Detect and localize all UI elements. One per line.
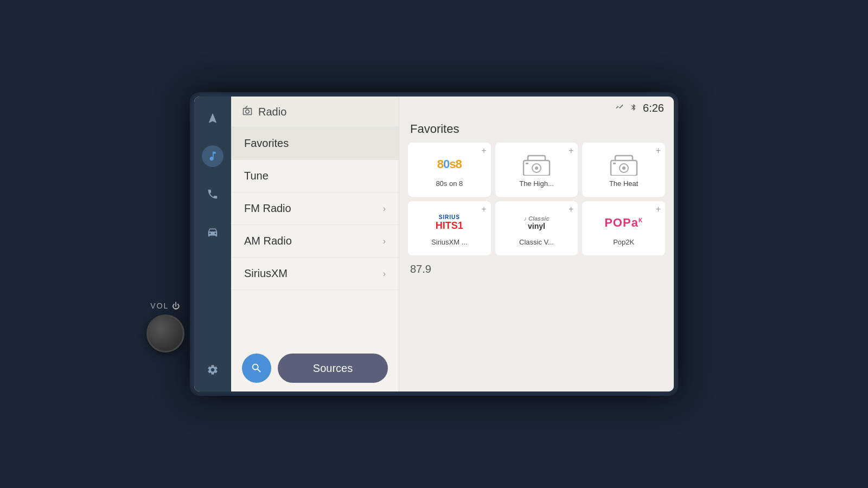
the-heat-logo bbox=[608, 152, 640, 176]
menu-item-tune[interactable]: Tune bbox=[231, 160, 399, 192]
settings-icon[interactable] bbox=[202, 359, 224, 381]
tile-name-classic-vinyl: Classic V... bbox=[519, 238, 554, 246]
phone-icon[interactable] bbox=[202, 183, 224, 205]
tile-name-high: The High... bbox=[519, 179, 554, 188]
80s-on-8-logo: 80s8 bbox=[433, 152, 465, 176]
favorite-tile-the-heat[interactable]: + The Heat bbox=[582, 143, 665, 197]
am-radio-label: AM Radio bbox=[244, 235, 292, 247]
add-button-siriusxm[interactable]: + bbox=[481, 204, 486, 214]
screen: Radio Favorites Tune FM Radio › AM Radio… bbox=[194, 97, 674, 391]
classic-vinyl-logo: ♪ Classic vinyl bbox=[520, 210, 553, 235]
menu-item-am-radio[interactable]: AM Radio › bbox=[231, 225, 399, 258]
am-radio-chevron: › bbox=[383, 236, 386, 246]
screen-bezel: Radio Favorites Tune FM Radio › AM Radio… bbox=[190, 92, 678, 396]
sources-button[interactable]: Sources bbox=[278, 354, 388, 383]
the-high-logo bbox=[520, 152, 553, 176]
menu-footer: Sources bbox=[231, 345, 399, 391]
svg-point-2 bbox=[535, 166, 538, 170]
siriusxm-label: SiriusXM bbox=[244, 267, 288, 280]
sidebar bbox=[194, 97, 231, 391]
content-header: 6:26 bbox=[399, 97, 674, 120]
no-signal-icon bbox=[615, 102, 624, 114]
tile-name-80s: 80s on 8 bbox=[436, 179, 463, 188]
search-button[interactable] bbox=[242, 354, 271, 383]
favorite-tile-the-high[interactable]: + The High... bbox=[495, 143, 578, 197]
menu-header: Radio bbox=[231, 97, 399, 127]
favorites-label: Favorites bbox=[244, 137, 289, 150]
add-button-heat[interactable]: + bbox=[656, 146, 661, 156]
pop2k-logo: POPaK bbox=[608, 210, 640, 235]
favorite-tile-80s-on-8[interactable]: + 80s8 80s on 8 bbox=[408, 143, 491, 197]
favorite-tile-classic-vinyl[interactable]: + ♪ Classic vinyl Classic V... bbox=[495, 201, 578, 255]
fm-radio-chevron: › bbox=[383, 204, 386, 214]
tile-name-siriusxm: SiriusXM ... bbox=[431, 238, 467, 246]
tile-name-heat: The Heat bbox=[609, 179, 638, 188]
music-icon[interactable] bbox=[202, 145, 224, 167]
add-button-pop2k[interactable]: + bbox=[656, 204, 661, 214]
navigation-icon[interactable] bbox=[202, 107, 224, 129]
vol-knob[interactable] bbox=[146, 314, 184, 352]
content-section-title: Favorites bbox=[399, 120, 674, 143]
currently-playing: 87.9 bbox=[399, 255, 674, 275]
menu-item-favorites[interactable]: Favorites bbox=[231, 127, 399, 160]
status-icons: 6:26 bbox=[615, 102, 664, 114]
vol-label: VOL ⏻ bbox=[150, 301, 180, 310]
content-panel: 6:26 Favorites + 80s8 80s on 8 + bbox=[399, 97, 674, 391]
favorite-tile-siriusxm[interactable]: + SIRIUS HITS1 SiriusXM ... bbox=[408, 201, 491, 255]
menu-panel: Radio Favorites Tune FM Radio › AM Radio… bbox=[231, 97, 399, 391]
svg-point-6 bbox=[622, 166, 626, 170]
siriusxm-chevron: › bbox=[383, 269, 386, 279]
volume-area: VOL ⏻ bbox=[146, 301, 184, 352]
status-time: 6:26 bbox=[643, 102, 664, 114]
add-button-80s[interactable]: + bbox=[481, 146, 486, 156]
add-button-high[interactable]: + bbox=[569, 146, 573, 156]
svg-rect-7 bbox=[613, 163, 616, 164]
car-icon[interactable] bbox=[202, 221, 224, 243]
favorites-grid: + 80s8 80s on 8 + bbox=[399, 143, 674, 255]
add-button-classic-vinyl[interactable]: + bbox=[569, 204, 573, 214]
menu-title: Radio bbox=[258, 106, 286, 118]
fm-radio-label: FM Radio bbox=[244, 202, 291, 215]
tile-name-pop2k: Pop2K bbox=[613, 238, 634, 246]
siriusxm-logo: SIRIUS HITS1 bbox=[433, 210, 465, 235]
tune-label: Tune bbox=[244, 170, 269, 182]
bluetooth-icon bbox=[630, 102, 637, 114]
menu-item-fm-radio[interactable]: FM Radio › bbox=[231, 192, 399, 225]
favorite-tile-pop2k[interactable]: + POPaK Pop2K bbox=[582, 201, 665, 255]
menu-items-list: Favorites Tune FM Radio › AM Radio › Sir… bbox=[231, 127, 399, 345]
svg-rect-3 bbox=[526, 163, 528, 164]
radio-icon bbox=[242, 105, 253, 118]
menu-item-siriusxm[interactable]: SiriusXM › bbox=[231, 258, 399, 290]
